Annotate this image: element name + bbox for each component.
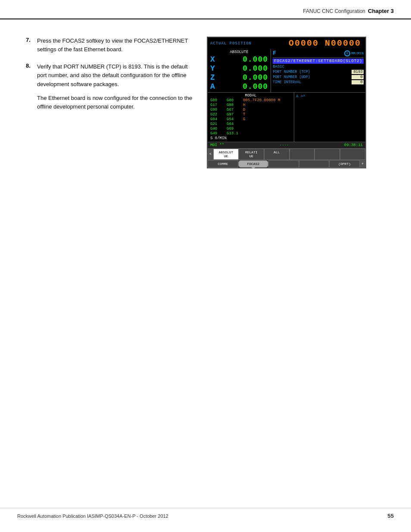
cnc-mm-min: MM/MIN xyxy=(351,51,364,55)
cnc-zero-circle: 0 xyxy=(344,50,350,56)
cnc-left-panel: ABSOLUTE X 0.000 Y 0.000 Z 0.000 A xyxy=(208,49,271,92)
cnc-f-line: F 0 MM/MIN xyxy=(273,50,364,58)
focas2-tcp-value: 8193 xyxy=(352,70,364,74)
cnc-modal-section: MODAL G00 G80 005.7F20.00000 M G17 G98 H… xyxy=(208,92,365,142)
focas2-time-value: 0 xyxy=(352,80,364,84)
modal-row-s: S 0/MIN xyxy=(210,136,291,140)
cnc-actual-position-label: ACTUAL POSITION xyxy=(210,41,252,46)
axis-value-z: 0.000 xyxy=(219,73,268,82)
softkey-arrow-left[interactable]: < xyxy=(208,149,213,160)
cnc-right-panel: F 0 MM/MIN FOCAS2/ETHERNET:SETTBOARD(SLO… xyxy=(271,49,365,92)
axis-row-y: Y 0.000 xyxy=(210,64,268,73)
step-8-content: Verify that PORT NUMBER (TCP) is 8193. T… xyxy=(37,62,194,111)
softkey-blank-3 xyxy=(340,149,365,160)
softkey-absolute[interactable]: ABSOLUTUE xyxy=(213,149,239,160)
cnc-f-label: F xyxy=(273,50,276,56)
footer-publication: Rockwell Automation Publication IASIMP-Q… xyxy=(17,513,168,519)
axis-value-a: 0.000 xyxy=(219,82,268,91)
modal-row-7: G40 G69 xyxy=(210,127,291,131)
softkey-oprt[interactable]: (OPRT) xyxy=(329,160,360,168)
focas2-udp-label: PORT NUMBER (UDP) xyxy=(273,75,352,79)
cnc-softkey-bar-top: < ABSOLUTUE RELATIUE ALL xyxy=(208,148,365,160)
page-header: FANUC CNC Configuration Chapter 3 xyxy=(0,0,411,19)
cnc-status-dots: ···· xyxy=(280,143,289,147)
softkey-arrow-right[interactable]: + xyxy=(360,160,365,168)
cnc-axes-section: ABSOLUTE X 0.000 Y 0.000 Z 0.000 A xyxy=(208,49,365,92)
modal-row-3: G90 G67 D xyxy=(210,108,291,112)
focas2-time-label: TIME INTERVAL xyxy=(273,80,352,84)
modal-code-g80: G80 xyxy=(227,98,240,103)
cnc-column: ACTUAL POSITION O0000 N00000 ABSOLUTE X … xyxy=(207,37,366,168)
focas2-udp-value: 0 xyxy=(352,75,364,79)
modal-row-8: G49 G13.1 xyxy=(210,131,291,136)
cnc-time-display: 09:38:11 xyxy=(344,143,363,147)
cnc-program-number: O0000 N00000 xyxy=(289,38,363,48)
focas2-header-bar: FOCAS2/ETHERNET:SETTBOARD(SLOT2) xyxy=(273,59,364,64)
modal-code-program: 005.7F20.00000 M xyxy=(243,98,280,103)
softkey-blank-2 xyxy=(314,149,340,160)
modal-row-5: G94 G54 G xyxy=(210,117,291,121)
content-area: 7. Press the FOCAS2 softkey to view the … xyxy=(0,19,411,186)
focas2-row-time: TIME INTERVAL 0 xyxy=(273,80,364,84)
axis-row-z: Z 0.000 xyxy=(210,73,268,82)
cnc-top-bar: ACTUAL POSITION O0000 N00000 xyxy=(208,37,365,49)
softkey-relative[interactable]: RELATIUE xyxy=(239,149,264,160)
step-7-text: Press the FOCAS2 softkey to view the FOC… xyxy=(37,37,188,53)
cnc-status-bar: MDI ** ···· 09:38:11 xyxy=(208,142,365,148)
cnc-a-line: A >^ xyxy=(296,94,364,99)
cnc-absolute-header: ABSOLUTE xyxy=(210,50,268,54)
s-line: S 0/MIN xyxy=(210,136,227,140)
axis-value-x: 0.000 xyxy=(219,55,268,64)
page-footer: Rockwell Automation Publication IASIMP-Q… xyxy=(0,508,411,519)
footer-page-number: 55 xyxy=(388,513,394,519)
axis-label-z: Z xyxy=(210,73,219,82)
step-8-paragraph: The Ethernet board is now configured for… xyxy=(37,94,194,111)
step-7-content: Press the FOCAS2 softkey to view the FOC… xyxy=(37,37,194,54)
focas2-row-tcp: PORT NUMBER (TCP) 8193 xyxy=(273,70,364,74)
axis-value-y: 0.000 xyxy=(219,64,268,73)
cnc-f-value: 0 MM/MIN xyxy=(344,50,364,56)
axis-label-a: A xyxy=(210,82,219,91)
modal-code-g00: G00 xyxy=(210,98,223,103)
modal-row-4: G22 G97 T xyxy=(210,112,291,117)
modal-row-2: G17 G98 H xyxy=(210,103,291,107)
modal-header: MODAL xyxy=(210,93,291,98)
softkey-all[interactable]: ALL xyxy=(264,149,290,160)
focas2-tcp-label: PORT NUMBER (TCP) xyxy=(273,70,352,74)
softkey-comme[interactable]: COMME xyxy=(208,160,238,168)
softkey-focas2[interactable]: FOCAS2 xyxy=(238,160,269,168)
step-8: 8. Verify that PORT NUMBER (TCP) is 8193… xyxy=(26,62,194,111)
header-subtitle: FANUC CNC Configuration xyxy=(303,8,365,14)
step-7-number: 7. xyxy=(26,37,34,54)
text-column: 7. Press the FOCAS2 softkey to view the … xyxy=(26,37,194,168)
softkey-bottom-blank-1 xyxy=(268,160,299,168)
axis-label-x: X xyxy=(210,55,219,64)
softkey-bottom-blank-2 xyxy=(299,160,330,168)
header-chapter: Chapter 3 xyxy=(368,8,394,14)
axis-label-y: Y xyxy=(210,64,219,73)
step-8-text: Verify that PORT NUMBER (TCP) is 8193. T… xyxy=(37,63,188,87)
step-8-number: 8. xyxy=(26,62,34,111)
modal-row-6: G21 G64 xyxy=(210,122,291,126)
step-7: 7. Press the FOCAS2 softkey to view the … xyxy=(26,37,194,54)
modal-row-1: G00 G80 005.7F20.00000 M xyxy=(210,98,291,103)
softkey-blank-1 xyxy=(290,149,315,160)
cnc-softkey-bar-bottom: COMME FOCAS2 (OPRT) + xyxy=(208,160,365,168)
cnc-screen: ACTUAL POSITION O0000 N00000 ABSOLUTE X … xyxy=(207,37,366,168)
axis-row-a: A 0.000 xyxy=(210,82,268,91)
cnc-modal-left: MODAL G00 G80 005.7F20.00000 M G17 G98 H… xyxy=(208,93,294,142)
axis-row-x: X 0.000 xyxy=(210,55,268,64)
cnc-mdi-label: MDI ** xyxy=(210,143,224,147)
focas2-row-udp: PORT NUMBER (UDP) 0 xyxy=(273,75,364,79)
cnc-modal-right: A >^ xyxy=(294,93,365,142)
focas2-basic-label: BASIC xyxy=(273,65,364,69)
